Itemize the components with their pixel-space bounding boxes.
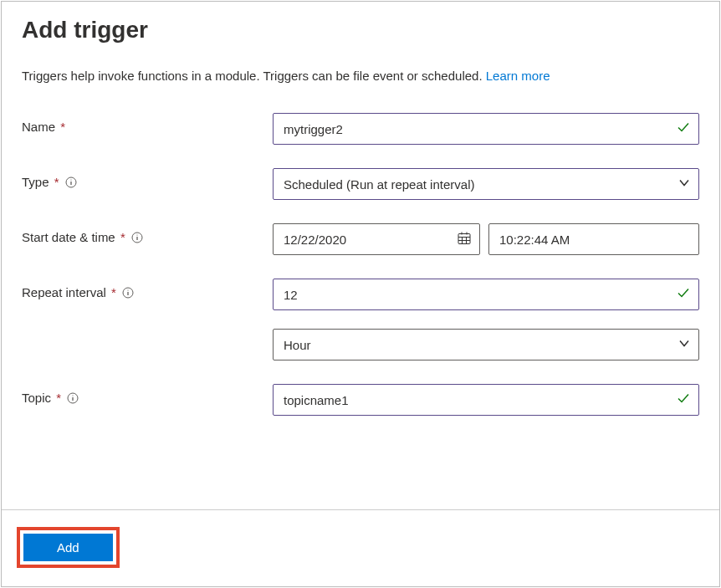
row-type: Type * Scheduled (Run at repeat interval… [22,168,699,200]
info-icon[interactable] [131,232,143,243]
panel-title: Add trigger [22,17,148,43]
label-repeat-unit [22,329,273,335]
svg-point-4 [70,179,71,180]
field-type: Scheduled (Run at repeat interval) [273,168,699,200]
topic-label-text: Topic [22,391,51,405]
label-name: Name * [22,113,273,134]
row-repeat-unit: Hour [22,329,699,360]
label-repeat-interval: Repeat interval * [22,279,273,299]
panel-footer: Add [2,509,719,586]
info-icon[interactable] [65,176,77,188]
required-asterisk: * [54,175,59,189]
repeat-interval-input[interactable] [273,279,699,310]
row-name: Name * [22,113,699,145]
field-name [273,113,699,145]
start-datetime-label-text: Start date & time [22,230,115,244]
info-icon[interactable] [67,392,79,404]
row-topic: Topic * [22,384,699,416]
label-topic: Topic * [22,384,273,405]
required-asterisk: * [120,230,125,244]
info-icon[interactable] [122,287,134,299]
field-repeat-unit: Hour [273,329,699,360]
row-repeat-interval: Repeat interval * [22,279,699,310]
svg-point-20 [72,395,73,396]
type-select[interactable]: Scheduled (Run at repeat interval) [273,168,699,200]
required-asterisk: * [56,391,61,405]
close-button[interactable] [689,20,699,43]
topic-input[interactable] [273,384,699,416]
repeat-unit-select[interactable]: Hour [273,329,699,360]
name-label-text: Name [22,120,55,134]
repeat-interval-label-text: Repeat interval [22,285,106,299]
type-label-text: Type [22,175,49,189]
add-trigger-panel: Add trigger Triggers help invoke functio… [1,1,720,587]
row-start-datetime: Start date & time * [22,223,699,255]
field-start-datetime [273,223,699,255]
panel-body: Triggers help invoke functions in a modu… [2,50,719,509]
start-time-input[interactable] [488,223,699,255]
label-type: Type * [22,168,273,189]
type-select-value: Scheduled (Run at repeat interval) [284,177,474,192]
add-button-highlight: Add [17,527,120,568]
description-text: Triggers help invoke functions in a modu… [22,69,699,83]
field-repeat-interval [273,279,699,310]
description-label: Triggers help invoke functions in a modu… [22,69,486,83]
field-topic [273,384,699,416]
required-asterisk: * [60,120,65,134]
start-date-input[interactable] [273,223,480,255]
panel-header: Add trigger [2,2,719,50]
learn-more-link[interactable]: Learn more [486,69,550,83]
label-start-datetime: Start date & time * [22,223,273,244]
svg-point-7 [136,234,137,235]
svg-point-17 [127,289,128,290]
add-button[interactable]: Add [23,534,113,561]
name-input[interactable] [273,113,699,145]
repeat-unit-select-value: Hour [284,338,311,352]
required-asterisk: * [111,285,116,299]
